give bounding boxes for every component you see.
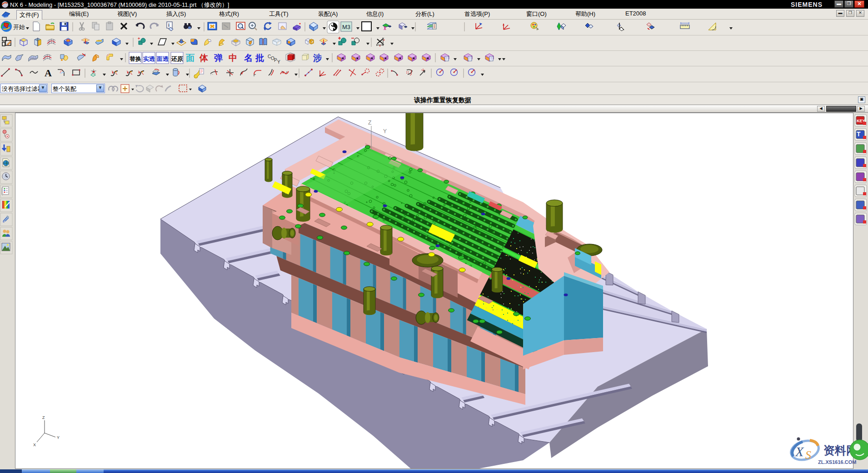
svg-text:X: X [795,444,804,459]
svg-text:P: P [274,58,277,63]
svg-text:开始: 开始 [13,24,25,30]
svg-text:弹: 弹 [214,53,223,63]
svg-text:中: 中 [229,53,237,63]
svg-text:涉: 涉 [313,53,322,63]
svg-text:i: i [168,22,170,28]
svg-text:实透: 实透 [143,55,155,62]
svg-text:名: 名 [244,53,253,63]
svg-text:面透: 面透 [156,55,169,62]
svg-text:M3: M3 [342,24,350,30]
svg-text:ZL.XS1616.COM: ZL.XS1616.COM [818,459,856,465]
svg-text:体: 体 [199,53,209,63]
svg-text:替换: 替换 [129,55,141,62]
svg-text:Y: Y [277,60,280,65]
svg-text:S: S [805,448,811,462]
svg-text:批: 批 [255,53,264,63]
svg-text:+: + [138,36,140,41]
svg-text:A: A [45,67,52,79]
svg-text:面: 面 [185,53,195,63]
svg-text:T: T [857,130,861,138]
svg-text:还原: 还原 [171,55,183,62]
